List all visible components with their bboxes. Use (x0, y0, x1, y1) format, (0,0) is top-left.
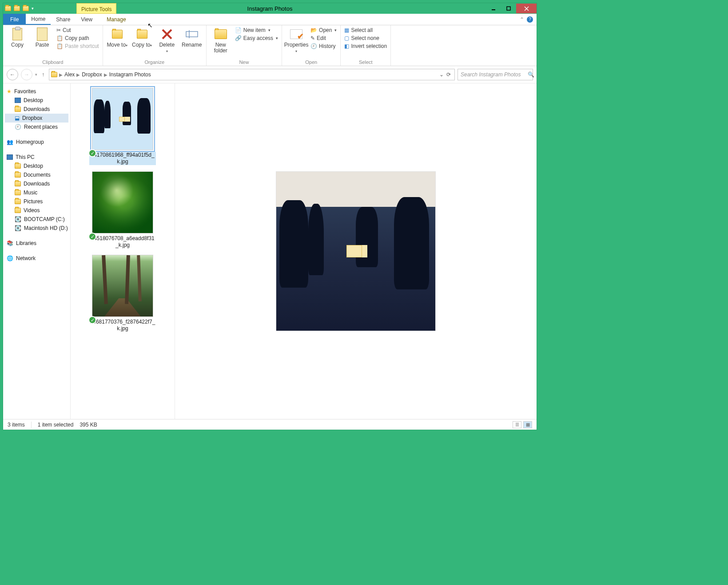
svg-rect-6 (186, 32, 198, 37)
file-item[interactable]: ✓ 14681770376_f2876422f7_k.jpg (89, 255, 156, 332)
tab-view[interactable]: View (76, 14, 98, 25)
new-folder-button[interactable]: New folder (210, 27, 231, 54)
new-item-button[interactable]: 📄New item▾ (235, 27, 278, 33)
file-item[interactable]: ✓ 14518076708_a6eadd8f31_k.jpg (89, 171, 156, 249)
nav-homegroup[interactable]: 👥Homegroup (5, 138, 68, 146)
nav-recent[interactable]: 🕘Recent places (5, 123, 68, 131)
close-button[interactable] (516, 4, 537, 13)
nav-drive-c[interactable]: 💽BOOTCAMP (C:) (5, 215, 68, 224)
copy-path-button[interactable]: 📋Copy path (56, 35, 99, 41)
breadcrumb-separator[interactable]: ▶ (59, 72, 63, 77)
nav-pc-desktop[interactable]: Desktop (5, 162, 68, 170)
cut-button[interactable]: ✂Cut (56, 27, 99, 33)
tab-share[interactable]: Share (51, 14, 76, 25)
select-all-button[interactable]: ▦Select all (344, 27, 387, 33)
breadcrumb-alex[interactable]: Alex▶ (64, 71, 80, 78)
mouse-cursor: ↖ (147, 22, 153, 29)
history-icon: 🕘 (310, 43, 317, 49)
help-icon[interactable]: ? (527, 16, 533, 23)
status-bar: 3 items 1 item selected 395 KB ☰ ▦ (3, 419, 537, 430)
tab-file[interactable]: File (3, 14, 26, 25)
ribbon-group-clipboard: Copy Paste ✂Cut 📋Copy path 📋Paste shortc… (3, 25, 103, 66)
view-thumbnails-button[interactable]: ▦ (523, 421, 532, 428)
nav-pc-videos[interactable]: Videos (5, 206, 68, 215)
forward-button[interactable]: → (21, 69, 32, 80)
search-box[interactable]: 🔍 (457, 69, 533, 80)
qat-properties-icon[interactable] (14, 6, 20, 11)
back-button[interactable]: ← (7, 69, 18, 80)
nav-pc-documents[interactable]: Documents (5, 170, 68, 179)
history-button[interactable]: 🕘History (310, 43, 337, 49)
recent-icon: 🕘 (15, 124, 21, 130)
status-selected-count: 1 item selected (38, 422, 74, 428)
collapse-ribbon-icon[interactable]: ⌃ (520, 16, 524, 23)
nav-downloads[interactable]: Downloads (5, 105, 68, 114)
items-view[interactable]: ✓ 14170861968_ff94a01f5d_k.jpg ✓ 1451807… (71, 83, 175, 419)
nav-libraries[interactable]: 📚Libraries (5, 239, 68, 248)
location-folder-icon (51, 72, 57, 77)
maximize-button[interactable] (501, 4, 516, 13)
open-button[interactable]: 📂Open▾ (310, 27, 337, 33)
sync-ok-icon: ✓ (88, 233, 96, 241)
delete-button[interactable]: Delete▾ (156, 27, 178, 54)
network-icon: 🌐 (7, 255, 13, 261)
up-button[interactable]: ↑ (40, 71, 46, 78)
scissors-icon: ✂ (56, 27, 61, 33)
nav-dropbox[interactable]: ⬓Dropbox (5, 114, 68, 123)
edit-button[interactable]: ✎Edit (310, 35, 337, 41)
refresh-button[interactable]: ⟳ (446, 71, 451, 78)
invert-selection-button[interactable]: ◧Invert selection (344, 43, 387, 49)
pc-icon (7, 154, 13, 160)
paste-button[interactable]: Paste (32, 27, 53, 48)
folder-icon (15, 172, 21, 178)
preview-image (276, 171, 436, 331)
nav-pc-pictures[interactable]: Pictures (5, 197, 68, 206)
recent-locations-dropdown[interactable]: ▾ (35, 72, 37, 77)
copy-to-button[interactable]: Copy to▾ (131, 27, 153, 48)
qat-dropdown-icon[interactable]: ▾ (32, 6, 34, 11)
move-to-button[interactable]: Move to▾ (107, 27, 128, 48)
drive-icon: 💽 (15, 225, 21, 231)
file-name: 14681770376_f2876422f7_k.jpg (89, 319, 156, 332)
easy-access-button[interactable]: 🔗Easy access▾ (235, 35, 278, 41)
previous-locations-dropdown[interactable]: ⌄ (439, 71, 444, 78)
new-item-icon: 📄 (235, 27, 242, 33)
properties-button[interactable]: Properties▾ (286, 27, 307, 54)
minimize-button[interactable] (486, 4, 501, 13)
folder-icon (15, 199, 21, 204)
qat-newfolder-icon[interactable] (23, 6, 29, 11)
group-label: Clipboard (7, 59, 99, 65)
breadcrumb-current[interactable]: Instagram Photos (109, 71, 151, 78)
nav-this-pc[interactable]: This PC (5, 153, 68, 162)
paste-shortcut-button[interactable]: 📋Paste shortcut (56, 43, 99, 49)
rename-button[interactable]: Rename (181, 27, 203, 48)
address-bar[interactable]: ▶ Alex▶ Dropbox▶ Instagram Photos ⌄ ⟳ (49, 69, 455, 80)
nav-favorites[interactable]: ★Favorites (5, 87, 68, 96)
file-item[interactable]: ✓ 14170861968_ff94a01f5d_k.jpg (89, 88, 156, 165)
search-input[interactable] (461, 71, 528, 78)
copy-button[interactable]: Copy (7, 27, 28, 48)
svg-rect-1 (507, 7, 510, 10)
ribbon: Copy Paste ✂Cut 📋Copy path 📋Paste shortc… (3, 25, 537, 66)
copy-path-icon: 📋 (56, 35, 63, 41)
desktop-icon (15, 98, 21, 103)
ribbon-group-open: Properties▾ 📂Open▾ ✎Edit 🕘History Open (282, 25, 341, 66)
select-none-button[interactable]: ▢Select none (344, 35, 387, 41)
navigation-pane[interactable]: ★Favorites Desktop Downloads ⬓Dropbox 🕘R… (3, 83, 71, 419)
group-label: New (210, 59, 278, 65)
breadcrumb-dropbox[interactable]: Dropbox▶ (82, 71, 107, 78)
nav-pc-music[interactable]: Music (5, 188, 68, 197)
libraries-icon: 📚 (7, 240, 13, 246)
nav-desktop[interactable]: Desktop (5, 96, 68, 105)
address-bar-row: ← → ▾ ↑ ▶ Alex▶ Dropbox▶ Instagram Photo… (3, 66, 537, 83)
nav-pc-downloads[interactable]: Downloads (5, 179, 68, 188)
explorer-body: ★Favorites Desktop Downloads ⬓Dropbox 🕘R… (3, 83, 537, 419)
tab-home[interactable]: Home (26, 14, 51, 25)
status-selected-size: 395 KB (80, 422, 97, 428)
nav-drive-d[interactable]: 💽Macintosh HD (D:) (5, 224, 68, 233)
copy-icon (10, 27, 24, 41)
move-to-icon (110, 27, 124, 41)
tab-manage[interactable]: Manage (101, 14, 131, 25)
nav-network[interactable]: 🌐Network (5, 254, 68, 263)
view-details-button[interactable]: ☰ (513, 421, 521, 428)
